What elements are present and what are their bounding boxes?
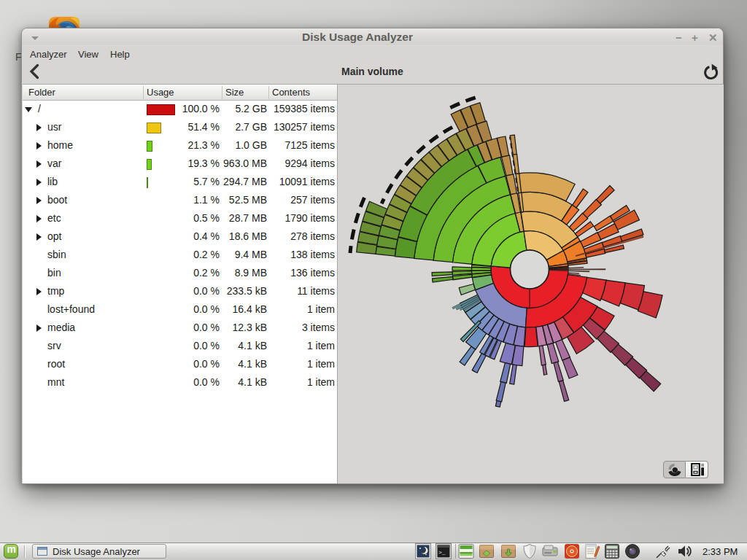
svg-text:>_: >_ xyxy=(438,549,446,556)
